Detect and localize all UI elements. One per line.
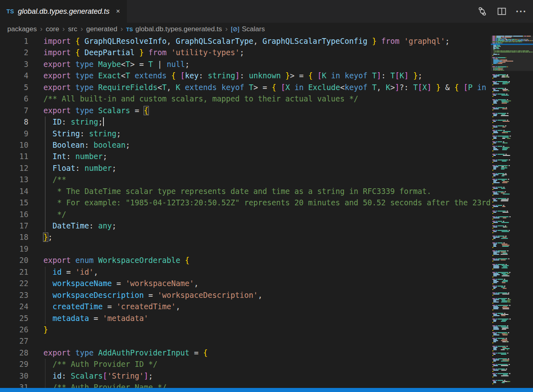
ellipsis-icon: ··· xyxy=(516,9,527,13)
code-line[interactable]: 30 id: Scalars['String']; xyxy=(0,370,491,382)
code-line[interactable]: 25 metadata = 'metadata' xyxy=(0,313,491,324)
code-text: DateTime: any; xyxy=(43,220,116,232)
line-number[interactable]: 1 xyxy=(0,36,28,47)
code-line[interactable]: 24 createdTime = 'createdTime', xyxy=(0,301,491,312)
close-icon[interactable]: × xyxy=(114,6,122,16)
line-number[interactable]: 30 xyxy=(0,370,28,382)
code-line[interactable]: 9 String: string; xyxy=(0,128,491,140)
code-text: createdTime = 'createdTime', xyxy=(43,301,181,312)
line-number[interactable]: 7 xyxy=(0,105,28,116)
code-text: workspaceName = 'workspaceName', xyxy=(43,278,199,289)
code-line[interactable]: 23 workspaceDescription = 'workspaceDesc… xyxy=(0,290,491,301)
line-number[interactable]: 22 xyxy=(0,278,28,289)
code-line[interactable]: 6/** All built-in and custom scalars, ma… xyxy=(0,93,491,105)
line-number[interactable]: 20 xyxy=(0,255,28,266)
line-number[interactable]: 27 xyxy=(0,336,28,347)
tab-global-db-types-generated[interactable]: TS global.db.types.generated.ts × xyxy=(0,0,127,23)
minimap[interactable] xyxy=(491,36,533,388)
line-number[interactable]: 9 xyxy=(0,128,28,140)
line-number[interactable]: 5 xyxy=(0,82,28,93)
code-line[interactable]: 19 xyxy=(0,243,491,255)
line-number[interactable]: 31 xyxy=(0,382,28,388)
code-line[interactable]: 4export type Exact<T extends { [key: str… xyxy=(0,70,491,82)
line-number[interactable]: 14 xyxy=(0,186,28,197)
line-number[interactable]: 19 xyxy=(0,243,28,255)
code-line[interactable]: 21 id = 'id', xyxy=(0,267,491,278)
code-text: }; xyxy=(43,232,53,243)
code-text: * For example: "1985-04-12T23:20:50.52Z"… xyxy=(43,197,491,209)
code-text: Int: number; xyxy=(43,151,107,162)
ts-file-icon: TS xyxy=(6,8,14,15)
code-line[interactable]: 20export enum WorkspaceOrderable { xyxy=(0,255,491,266)
code-line[interactable]: 11 Int: number; xyxy=(0,151,491,162)
line-number[interactable]: 21 xyxy=(0,267,28,278)
code-line[interactable]: 18}; xyxy=(0,232,491,243)
code-line[interactable]: 14 * The DateTime scalar type represents… xyxy=(0,186,491,197)
open-changes-icon[interactable] xyxy=(475,4,489,18)
line-number[interactable]: 26 xyxy=(0,324,28,336)
code-line[interactable]: 8 ID: string; xyxy=(0,116,491,128)
line-number[interactable]: 15 xyxy=(0,197,28,209)
breadcrumb-label: src xyxy=(68,25,77,33)
code-line[interactable]: 12 Float: number; xyxy=(0,163,491,174)
code-line[interactable]: 26} xyxy=(0,324,491,336)
line-number[interactable]: 25 xyxy=(0,313,28,324)
line-number[interactable]: 18 xyxy=(0,232,28,243)
code-line[interactable]: 3export type Maybe<T> = T | null; xyxy=(0,59,491,70)
line-number[interactable]: 3 xyxy=(0,59,28,70)
code-line[interactable]: 5export type RequireFields<T, K extends … xyxy=(0,82,491,93)
line-number[interactable]: 17 xyxy=(0,220,28,232)
line-number[interactable]: 23 xyxy=(0,290,28,301)
code-line[interactable]: 27 xyxy=(0,336,491,347)
split-editor-icon[interactable] xyxy=(495,4,509,18)
breadcrumb-label: core xyxy=(46,25,59,33)
code-text: */ xyxy=(43,209,66,220)
chevron-right-icon: › xyxy=(81,25,83,33)
breadcrumb-item-global-db-types-generated-ts[interactable]: TSglobal.db.types.generated.ts xyxy=(126,25,222,33)
code-line[interactable]: 16 */ xyxy=(0,209,491,220)
line-number[interactable]: 16 xyxy=(0,209,28,220)
code-text: /** xyxy=(43,174,66,185)
line-number[interactable]: 8 xyxy=(0,116,28,128)
code-line[interactable]: 7export type Scalars = { xyxy=(0,105,491,116)
line-number[interactable]: 2 xyxy=(0,47,28,58)
editor-actions: ··· xyxy=(475,0,528,23)
line-number[interactable]: 11 xyxy=(0,151,28,162)
code-line[interactable]: 29 /** Auth Provider ID */ xyxy=(0,359,491,370)
breadcrumb-item-core[interactable]: core xyxy=(46,25,59,33)
code-line[interactable]: 28export type AddAuthProviderInput = { xyxy=(0,347,491,359)
code-editor[interactable]: 1import { GraphQLResolveInfo, GraphQLSca… xyxy=(0,36,491,388)
code-text: } xyxy=(43,324,48,336)
breadcrumb-item-scalars[interactable]: [⊘]Scalars xyxy=(231,25,265,33)
line-number[interactable]: 29 xyxy=(0,359,28,370)
line-number[interactable]: 4 xyxy=(0,70,28,82)
code-text: import { DeepPartial } from 'utility-typ… xyxy=(43,47,244,58)
code-line[interactable]: 1import { GraphQLResolveInfo, GraphQLSca… xyxy=(0,36,491,47)
code-text: String: string; xyxy=(43,128,121,140)
code-line[interactable]: 17 DateTime: any; xyxy=(0,220,491,232)
line-number[interactable]: 10 xyxy=(0,140,28,151)
more-actions-icon[interactable]: ··· xyxy=(514,4,528,18)
status-bar[interactable] xyxy=(0,388,533,392)
breadcrumb-label: generated xyxy=(86,25,118,33)
code-line[interactable]: 31 /** Auth Provider Name */ xyxy=(0,382,491,388)
line-number[interactable]: 28 xyxy=(0,347,28,359)
code-line[interactable]: 13 /** xyxy=(0,174,491,185)
tab-title: global.db.types.generated.ts xyxy=(18,7,110,16)
breadcrumb-item-src[interactable]: src xyxy=(68,25,77,33)
code-text: /** Auth Provider ID */ xyxy=(43,359,157,370)
breadcrumb-item-generated[interactable]: generated xyxy=(86,25,118,33)
line-number[interactable]: 12 xyxy=(0,163,28,174)
line-number[interactable]: 13 xyxy=(0,174,28,185)
code-text: export type Maybe<T> = T | null; xyxy=(43,59,189,70)
code-line[interactable]: 22 workspaceName = 'workspaceName', xyxy=(0,278,491,289)
line-number[interactable]: 6 xyxy=(0,93,28,105)
code-line[interactable]: 2import { DeepPartial } from 'utility-ty… xyxy=(0,47,491,58)
code-line[interactable]: 15 * For example: "1985-04-12T23:20:50.5… xyxy=(0,197,491,209)
code-text: id = 'id', xyxy=(43,267,98,278)
line-number[interactable]: 24 xyxy=(0,301,28,312)
tab-bar: TS global.db.types.generated.ts × ··· xyxy=(0,0,533,23)
code-line[interactable]: 10 Boolean: boolean; xyxy=(0,140,491,151)
code-text: * The DateTime scalar type represents da… xyxy=(43,186,431,197)
breadcrumb-item-packages[interactable]: packages xyxy=(7,25,37,33)
